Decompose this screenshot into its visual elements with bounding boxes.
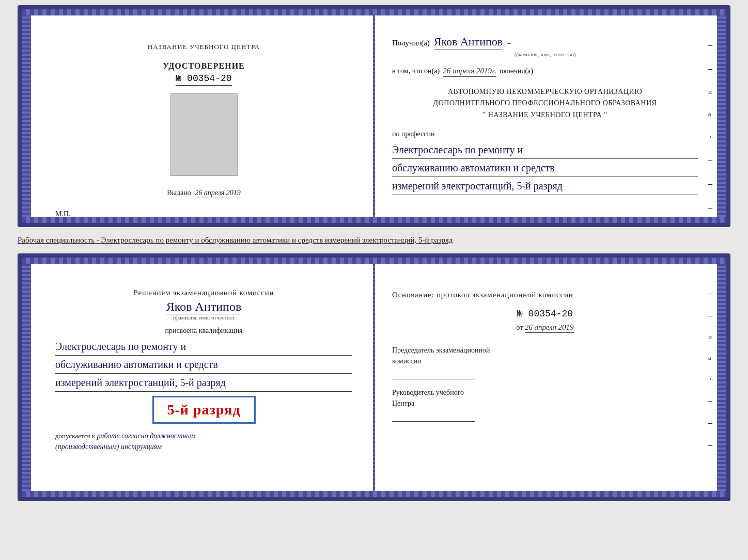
confirm-label: в том, что он(а)	[392, 67, 440, 75]
director-label: Руководитель учебного	[392, 387, 698, 398]
org-line1: АВТОНОМНУЮ НЕКОММЕРЧЕСКУЮ ОРГАНИЗАЦИЮ	[392, 86, 698, 98]
org-line2: ДОПОЛНИТЕЛЬНОГО ПРОФЕССИОНАЛЬНОГО ОБРАЗО…	[392, 98, 698, 109]
protocol-date: от 26 апреля 2019	[392, 323, 698, 332]
protocol-number: № 00354-20	[392, 309, 698, 319]
allowed-prefix: допускается к	[55, 432, 95, 440]
school-name-top: НАЗВАНИЕ УЧЕБНОГО ЦЕНТРА	[148, 43, 260, 51]
chairman-label2: комиссии	[392, 356, 698, 366]
director-label2: Центра	[392, 398, 698, 409]
allowed-text: работе согласно должностным	[97, 432, 195, 440]
protocol-date-value: 26 апреля 2019	[525, 323, 574, 333]
confirm-date: 26 апреля 2019г.	[443, 67, 496, 77]
issued-label: Выдано	[167, 189, 191, 197]
profession-text: Электрослесарь по ремонту и обслуживанию…	[392, 141, 698, 195]
grade-box: 5-й разряд	[152, 396, 256, 424]
chairman-label: Председатель экзаменационной	[392, 345, 698, 356]
recipient-name: Яков Антипов	[434, 35, 503, 50]
chairman-signature-line	[392, 369, 475, 379]
profession-label: по профессии	[392, 130, 698, 138]
bottom-left-panel: Решением экзаменационной комиссии Яков А…	[22, 258, 374, 497]
certificate-top: НАЗВАНИЕ УЧЕБНОГО ЦЕНТРА УДОСТОВЕРЕНИЕ №…	[18, 5, 730, 227]
director-block: Руководитель учебного Центра	[392, 387, 698, 422]
confirm-suffix: окончил(а)	[500, 67, 533, 75]
cert-type-label: УДОСТОВЕРЕНИЕ	[163, 61, 245, 71]
qual-line2: обслуживанию автоматики и средств	[55, 356, 352, 374]
issued-date: 26 апреля 2019	[195, 189, 240, 198]
profession-line2: обслуживанию автоматики и средств	[392, 159, 698, 177]
allowed-block: допускается к работе согласно должностны…	[50, 430, 357, 452]
qualification-profession: Электрослесарь по ремонту и обслуживанию…	[50, 338, 357, 392]
right-deco-bottom: – – и а ← – – –	[708, 289, 715, 450]
chairman-block: Председатель экзаменационной комиссии	[392, 345, 698, 379]
decision-text: Решением экзаменационной комиссии	[134, 289, 274, 297]
confirm-block: в том, что он(а) 26 апреля 2019г. окончи…	[392, 67, 698, 77]
basis-text: Основание: протокол экзаменационной коми…	[392, 289, 698, 301]
issued-line: Выдано 26 апреля 2019	[167, 189, 241, 197]
qual-line3: измерений электростанций, 5-й разряд	[55, 374, 352, 392]
grade-text: 5-й разряд	[162, 402, 246, 418]
top-right-panel: Получил(а) Яков Антипов – (фамилия, имя,…	[374, 9, 726, 223]
org-block: АВТОНОМНУЮ НЕКОММЕРЧЕСКУЮ ОРГАНИЗАЦИЮ ДО…	[392, 86, 698, 121]
mp-label: М.П.	[55, 210, 71, 218]
bottom-name-subtitle: (фамилия, имя, отчество)	[173, 314, 235, 321]
qual-line1: Электрослесарь по ремонту и	[55, 338, 352, 356]
recipient-prefix: Получил(а)	[392, 39, 430, 47]
top-left-panel: НАЗВАНИЕ УЧЕБНОГО ЦЕНТРА УДОСТОВЕРЕНИЕ №…	[22, 9, 374, 223]
bottom-name: Яков Антипов	[166, 300, 241, 314]
director-signature-line	[392, 411, 475, 422]
profession-block: по профессии Электрослесарь по ремонту и…	[392, 130, 698, 195]
profession-line3: измерений электростанций, 5-й разряд	[392, 177, 698, 195]
separator-text: Рабочая специальность - Электрослесарь п…	[18, 232, 730, 248]
profession-line1: Электрослесарь по ремонту и	[392, 141, 698, 159]
qualification-label: присвоена квалификация	[165, 327, 242, 335]
recipient-block: Получил(а) Яков Антипов – (фамилия, имя,…	[392, 35, 698, 57]
org-line3: " НАЗВАНИЕ УЧЕБНОГО ЦЕНТРА "	[392, 109, 698, 121]
photo-placeholder	[170, 93, 238, 176]
center-divider-bottom	[373, 258, 375, 497]
bottom-right-panel: Основание: протокол экзаменационной коми…	[374, 258, 726, 497]
allowed-text2: (производственным) инструкциям	[55, 443, 162, 451]
center-divider	[373, 9, 375, 223]
recipient-subtitle: (фамилия, имя, отчество)	[392, 51, 698, 57]
right-decorations: – – и а ← – – –	[708, 40, 715, 212]
certificate-bottom: Решением экзаменационной комиссии Яков А…	[18, 253, 730, 501]
protocol-date-prefix: от	[516, 324, 523, 331]
basis-line1: Основание: протокол экзаменационной коми…	[392, 291, 573, 299]
cert-number: № 00354-20	[176, 73, 231, 86]
